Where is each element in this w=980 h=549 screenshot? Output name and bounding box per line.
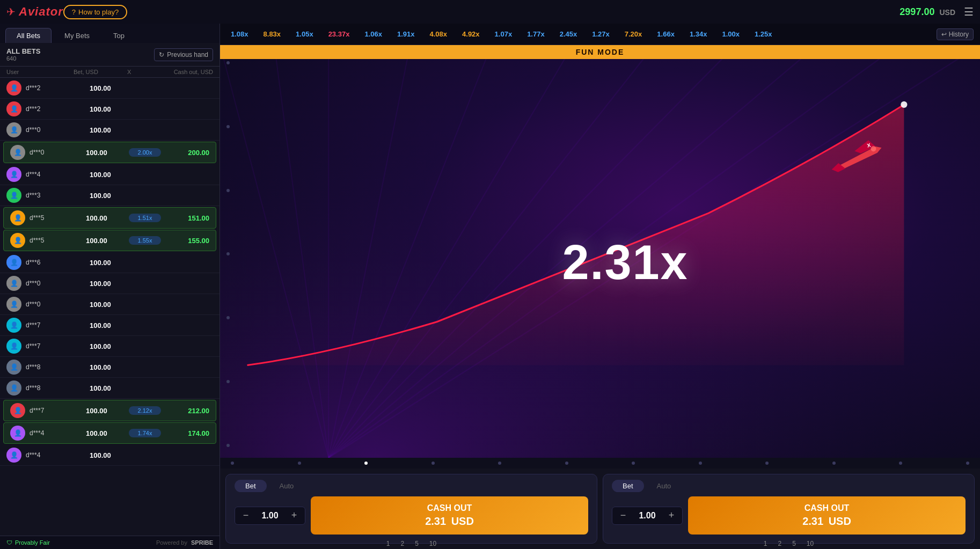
amount-value-1: 1.00 — [257, 511, 283, 521]
username-label: d***5 — [30, 237, 44, 244]
bet-panel-2-controls: − 1.00 + CASH OUT 2.31 USD — [612, 496, 966, 535]
table-row: 👤d***5100.001.55x155.00 — [3, 230, 216, 251]
how-to-play-label: How to play? — [78, 8, 119, 16]
username-label: d***0 — [26, 280, 40, 287]
dot-indicator — [832, 462, 836, 465]
multiplier-item: 1.34x — [685, 28, 712, 40]
cashout-cell: 200.00 — [161, 149, 209, 157]
cashout-cell: 155.00 — [161, 237, 209, 245]
cash-out-button-1[interactable]: CASH OUT 2.31 USD — [311, 496, 588, 535]
qa2-10-button[interactable]: 10 — [803, 539, 817, 548]
dot-indicator — [565, 462, 568, 465]
y-dot — [226, 444, 230, 447]
cash-out-button-2[interactable]: CASH OUT 2.31 USD — [688, 496, 966, 535]
tab-top[interactable]: Top — [103, 28, 135, 43]
all-bets-title: ALL BETS — [6, 47, 40, 55]
previous-hand-button[interactable]: ↻ Previous hand — [154, 48, 213, 61]
bp1-bet-tab[interactable]: Bet — [235, 480, 267, 492]
y-dot — [226, 125, 230, 128]
y-dot — [226, 61, 230, 64]
cash-out-value-1: 2.31 — [425, 515, 446, 527]
bet-amount-cell: 100.00 — [90, 171, 133, 179]
bet-amount-cell: 100.00 — [90, 192, 133, 200]
svg-point-12 — [901, 101, 907, 108]
increase-amount-1-button[interactable]: + — [289, 510, 299, 521]
user-cell: 👤d***3 — [6, 188, 90, 203]
table-row: 👤d***0100.002.00x200.00 — [3, 142, 216, 163]
dot-indicator — [364, 462, 368, 465]
bet-amount-cell: 100.00 — [90, 321, 133, 330]
col-cashout: Cash out, USD — [159, 69, 213, 75]
table-row: 👤d***5100.001.51x151.00 — [3, 207, 216, 229]
username-label: d***6 — [26, 259, 40, 266]
qa2-2-button[interactable]: 2 — [774, 539, 785, 548]
dot-indicator — [699, 462, 702, 465]
tab-my-bets[interactable]: My Bets — [54, 28, 100, 43]
multiplier-cell: 2.12x — [129, 406, 161, 415]
qa2-5-button[interactable]: 5 — [789, 539, 799, 548]
table-row: 👤d***7100.00 — [0, 336, 220, 357]
bp2-auto-tab[interactable]: Auto — [646, 480, 682, 492]
logo-plane-icon: ✈ — [6, 5, 16, 18]
username-label: d***4 — [26, 451, 40, 459]
table-header: User Bet, USD X Cash out, USD — [0, 67, 220, 78]
multiplier-item: 1.25x — [750, 28, 777, 40]
logo-text: Aviator — [19, 5, 63, 19]
bet-panel-1-tabs: Bet Auto — [235, 480, 588, 492]
user-cell: 👤d***0 — [6, 276, 90, 291]
avatar: 👤 — [6, 276, 21, 291]
bet-amount-cell: 100.00 — [90, 342, 133, 350]
y-dot — [226, 316, 230, 319]
bet-amount-cell: 100.00 — [86, 214, 129, 222]
cash-out-label-1: CASH OUT — [317, 503, 582, 514]
cashout-cell: 174.00 — [161, 429, 209, 437]
multipliers-bar: 1.08x8.83x1.05x23.37x1.06x1.91x4.08x4.92… — [220, 24, 980, 45]
qa2-1-button[interactable]: 1 — [760, 539, 771, 548]
bp2-bet-tab[interactable]: Bet — [612, 480, 644, 492]
decrease-amount-2-button[interactable]: − — [618, 510, 628, 521]
tab-all-bets[interactable]: All Bets — [5, 28, 52, 43]
qa1-5-button[interactable]: 5 — [412, 539, 422, 548]
bp1-auto-tab[interactable]: Auto — [269, 480, 305, 492]
provably-fair-badge: 🛡 Provably Fair — [6, 539, 50, 546]
avatar: 👤 — [10, 210, 25, 225]
qa1-1-button[interactable]: 1 — [383, 539, 393, 548]
qa1-10-button[interactable]: 10 — [426, 539, 440, 548]
avatar: 👤 — [6, 101, 21, 116]
dot-indicator — [632, 462, 635, 465]
qa1-2-button[interactable]: 2 — [397, 539, 407, 548]
header: ✈ Aviator ? How to play? 2997.00 USD ☰ — [0, 0, 980, 24]
table-row: 👤d***2100.00 — [0, 99, 220, 120]
avatar: 👤 — [6, 80, 21, 96]
bet-amount-cell: 100.00 — [90, 259, 133, 267]
avatar: 👤 — [10, 233, 25, 248]
history-button[interactable]: ↩ History — [937, 28, 974, 40]
y-axis-dots — [226, 61, 230, 447]
avatar: 👤 — [6, 188, 21, 203]
how-to-play-button[interactable]: ? How to play? — [63, 5, 127, 19]
user-cell: 👤d***8 — [6, 360, 90, 375]
refresh-icon: ↻ — [159, 51, 164, 58]
avatar: 👤 — [6, 448, 21, 463]
decrease-amount-1-button[interactable]: − — [240, 510, 251, 521]
left-panel: All Bets My Bets Top ALL BETS 640 ↻ Prev… — [0, 24, 220, 549]
hamburger-menu-icon[interactable]: ☰ — [964, 5, 974, 18]
user-cell: 👤d***7 — [6, 318, 90, 333]
cash-out-amount-2: 2.31 USD — [802, 515, 851, 527]
question-icon: ? — [72, 8, 76, 16]
col-bet: Bet, USD — [74, 69, 127, 75]
username-label: d***4 — [26, 171, 40, 178]
bet-amount-cell: 100.00 — [90, 301, 133, 309]
user-cell: 👤d***2 — [6, 80, 90, 96]
cash-out-label-2: CASH OUT — [694, 503, 959, 514]
cashout-cell: 212.00 — [161, 407, 209, 415]
y-dot — [226, 252, 230, 255]
main-layout: All Bets My Bets Top ALL BETS 640 ↻ Prev… — [0, 24, 980, 549]
multiplier-item: 1.00x — [718, 28, 744, 40]
bet-amount-cell: 100.00 — [90, 126, 133, 134]
avatar: 👤 — [6, 255, 21, 270]
multiplier-item: 1.91x — [393, 28, 419, 40]
increase-amount-2-button[interactable]: + — [666, 510, 677, 521]
username-label: d***8 — [26, 363, 40, 371]
y-dot — [226, 380, 230, 383]
